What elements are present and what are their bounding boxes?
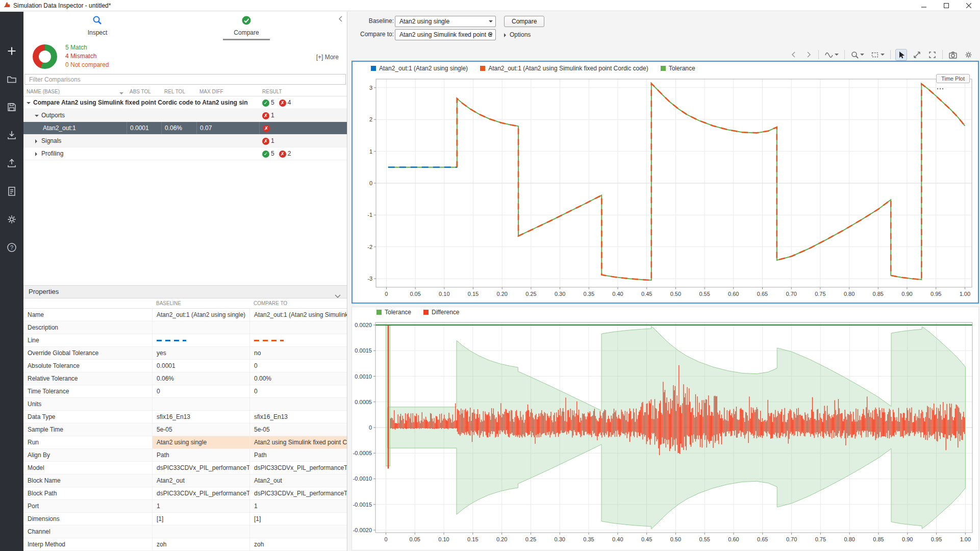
property-label: Data Type <box>23 411 152 423</box>
maximize-button[interactable] <box>935 0 958 11</box>
tree-row[interactable]: Signals✗1 <box>23 135 347 147</box>
filter-comparisons-input[interactable] <box>25 74 345 84</box>
svg-text:0.90: 0.90 <box>901 291 912 297</box>
snapshot-camera-icon[interactable] <box>947 49 959 60</box>
tree-node-label: Outports <box>41 112 65 119</box>
svg-text:0.95: 0.95 <box>931 291 941 297</box>
expand-caret-icon[interactable] <box>35 139 39 143</box>
svg-text:0.60: 0.60 <box>728 291 739 297</box>
svg-text:0.25: 0.25 <box>525 291 536 297</box>
property-label: Line <box>23 334 152 346</box>
legend-item: Atan2_out:1 (Atan2 using Simulink fixed … <box>480 65 648 72</box>
property-value-compare <box>249 398 347 410</box>
legend-swatch <box>376 310 382 315</box>
signal-style-icon[interactable] <box>823 49 840 60</box>
tree-row[interactable]: Atan2_out:10.00010.06%0.07✗ <box>23 122 347 135</box>
max-diff-cell: 0.07 <box>196 122 259 134</box>
collapse-caret-icon[interactable] <box>35 115 39 119</box>
plot-settings-gear-icon[interactable] <box>963 49 974 60</box>
property-row: Time Tolerance00 <box>23 385 347 398</box>
tree-row[interactable]: Profiling✓5✗2 <box>23 147 347 160</box>
property-row: Interp Methodzohzoh <box>23 538 347 551</box>
dropdown-caret-icon <box>489 20 493 24</box>
history-back-icon[interactable] <box>789 49 799 60</box>
legend-label: Tolerance <box>385 309 411 316</box>
tree-node-name-cell: Profiling <box>23 147 259 160</box>
svg-text:0: 0 <box>384 536 387 542</box>
svg-text:0.0015: 0.0015 <box>355 347 372 354</box>
baseline-dropdown[interactable]: Atan2 using single <box>395 16 496 27</box>
dropdown-caret-icon <box>489 34 493 38</box>
zoom-tool-icon[interactable] <box>849 49 865 60</box>
help-icon[interactable]: ? <box>4 240 19 255</box>
column-header-result: RESULT <box>259 89 347 94</box>
fail-count-icon: ✗ <box>279 151 286 158</box>
time-plot-button[interactable]: Time Plot <box>936 74 970 83</box>
minimize-button[interactable] <box>913 0 935 11</box>
svg-text:0.90: 0.90 <box>902 536 913 542</box>
tree-row[interactable]: Compare Atan2 using Simulink fixed point… <box>23 96 347 109</box>
history-forward-icon[interactable] <box>803 49 814 60</box>
new-run-button[interactable] <box>4 43 19 59</box>
tree-node-label: Atan2_out:1 <box>43 124 76 132</box>
collapse-caret-icon[interactable] <box>27 102 31 106</box>
property-row: Block PathdsPIC33CDVx_PIL_performanceTed… <box>23 487 347 500</box>
property-value-compare: dsPIC33CDVx_PIL_performanceTe <box>249 487 347 499</box>
property-value-compare: dsPIC33CDVx_PIL_performanceTe <box>249 462 347 474</box>
svg-text:0.80: 0.80 <box>844 536 855 542</box>
svg-text:0: 0 <box>385 291 388 297</box>
left-panel: Inspect Compare 5 Match 4 Mismatch 0 Not… <box>23 12 347 551</box>
expand-caret-icon[interactable] <box>35 152 39 156</box>
tab-inspect[interactable]: Inspect <box>67 15 128 36</box>
mismatch-count: 4 Mismatch <box>65 52 109 61</box>
property-value-compare: 0 <box>249 360 347 372</box>
svg-text:0.40: 0.40 <box>612 291 623 297</box>
tab-compare[interactable]: Compare <box>216 15 277 36</box>
titlebar: Simulation Data Inspector - untitled* <box>0 0 980 11</box>
import-button[interactable] <box>4 128 19 143</box>
left-toolbar: ? <box>0 12 23 551</box>
menu-dots-icon <box>937 88 944 90</box>
save-session-button[interactable] <box>4 99 19 115</box>
property-row: Data Typesfix16_En13sfix16_En13 <box>23 411 347 423</box>
property-value-compare: Atan2_out:1 (Atan2 using Simulink <box>249 309 347 321</box>
properties-title: Properties <box>29 288 59 295</box>
fit-region-icon[interactable] <box>870 49 886 60</box>
property-value-compare: 0.00% <box>249 372 347 385</box>
tree-row[interactable]: Outports✗1 <box>23 109 347 122</box>
property-row: RunAtan2 using singleAtan2 using Simulin… <box>23 436 347 449</box>
fullscreen-icon[interactable] <box>927 49 938 60</box>
column-menu-caret-icon[interactable] <box>119 92 123 94</box>
svg-text:-1: -1 <box>367 212 372 218</box>
svg-text:0.80: 0.80 <box>844 291 855 297</box>
properties-header: Properties <box>23 285 347 298</box>
create-report-button[interactable] <box>4 184 19 199</box>
property-value-compare: no <box>249 347 347 359</box>
right-panel: Baseline: Atan2 using single Compare Com… <box>348 12 980 551</box>
time-plot-canvas[interactable]: 00.050.100.150.200.250.300.350.400.450.5… <box>353 75 978 303</box>
svg-text:0.05: 0.05 <box>410 536 420 542</box>
inspect-magnifier-icon <box>67 15 128 28</box>
export-button[interactable] <box>4 156 19 171</box>
compare-button[interactable]: Compare <box>504 16 544 27</box>
fit-to-view-icon[interactable] <box>912 49 922 60</box>
collapse-panel-icon[interactable] <box>338 16 343 23</box>
open-session-button[interactable] <box>4 71 19 87</box>
difference-plot-canvas[interactable]: 00.050.100.150.200.250.300.350.400.450.5… <box>352 318 978 549</box>
property-value-baseline: Atan2_out <box>152 474 249 487</box>
options-link[interactable]: Options <box>504 31 531 38</box>
more-link[interactable]: [+] More <box>316 54 339 61</box>
abs-tol-cell: 0.0001 <box>127 122 161 134</box>
property-label: Sample Time <box>23 423 152 436</box>
property-label: Interp Method <box>23 538 152 550</box>
difference-plot-container: ToleranceDifference 00.050.100.150.200.2… <box>351 307 979 550</box>
compare-to-dropdown[interactable]: Atan2 using Simulink fixed point C <box>395 29 496 40</box>
pointer-tool-icon[interactable] <box>895 49 907 61</box>
result-count: 2 <box>288 150 291 157</box>
svg-text:0.70: 0.70 <box>786 291 796 297</box>
preferences-gear-icon[interactable] <box>4 212 19 227</box>
property-value-baseline <box>152 321 249 334</box>
properties-compareto-column: COMPARE TO <box>249 300 347 306</box>
svg-text:0: 0 <box>369 180 372 186</box>
close-button[interactable] <box>958 0 980 11</box>
